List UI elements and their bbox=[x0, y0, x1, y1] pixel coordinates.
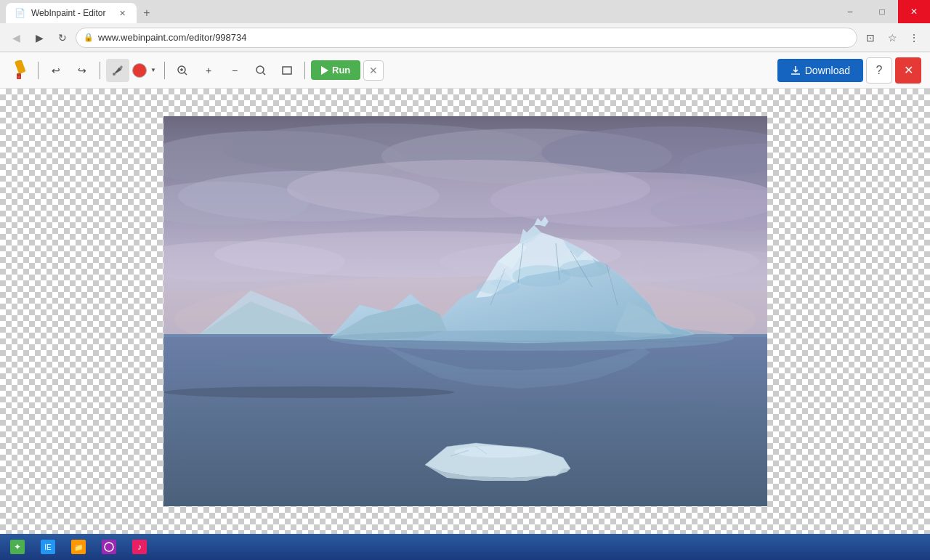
window-controls: – □ ✕ bbox=[834, 0, 930, 23]
taskbar-item-1[interactable]: ✦ bbox=[3, 536, 32, 558]
active-tab[interactable]: 📄 WebInpaint - Editor ✕ bbox=[6, 3, 137, 23]
svg-rect-2 bbox=[17, 76, 20, 78]
taskbar-item-3[interactable]: 📁 bbox=[64, 536, 93, 558]
brush-button[interactable] bbox=[106, 59, 129, 82]
color-picker-area: ▼ bbox=[132, 59, 158, 82]
taskbar-item-4[interactable] bbox=[94, 536, 124, 558]
svg-rect-75 bbox=[102, 540, 116, 554]
app-toolbar: ↩ ↪ ▼ + − bbox=[0, 52, 930, 89]
maximize-button[interactable]: □ bbox=[866, 0, 898, 23]
toolbar-separator-3 bbox=[164, 62, 165, 79]
lock-icon: 🔒 bbox=[84, 33, 94, 42]
tab-close-button[interactable]: ✕ bbox=[116, 7, 128, 19]
redo-button[interactable]: ↪ bbox=[70, 59, 94, 82]
cancel-button[interactable]: ✕ bbox=[363, 60, 384, 81]
back-button[interactable]: ◀ bbox=[6, 28, 26, 48]
forward-button[interactable]: ▶ bbox=[29, 28, 49, 48]
browser-chrome: 📄 WebInpaint - Editor ✕ + – □ ✕ ◀ ▶ ↻ 🔒 … bbox=[0, 0, 930, 89]
color-swatch[interactable] bbox=[132, 63, 147, 78]
svg-point-59 bbox=[454, 446, 541, 458]
download-button[interactable]: Download bbox=[777, 59, 863, 82]
menu-button[interactable]: ⋮ bbox=[904, 28, 924, 48]
tab-favicon: 📄 bbox=[15, 8, 25, 18]
canvas-image bbox=[163, 116, 767, 506]
reload-button[interactable]: ↻ bbox=[52, 28, 73, 48]
svg-line-7 bbox=[185, 73, 187, 75]
nav-bar: ◀ ▶ ↻ 🔒 www.webinpaint.com/editor/998734… bbox=[0, 23, 930, 52]
tab-title: WebInpaint - Editor bbox=[31, 8, 106, 18]
svg-text:✦: ✦ bbox=[14, 542, 21, 552]
minimize-button[interactable]: – bbox=[834, 0, 866, 23]
zoom-in-button[interactable]: + bbox=[197, 59, 220, 82]
run-label: Run bbox=[332, 65, 350, 76]
svg-marker-11 bbox=[321, 66, 328, 75]
canvas-area bbox=[0, 89, 930, 534]
close-editor-button[interactable]: ✕ bbox=[895, 57, 921, 84]
toolbar-separator-1 bbox=[38, 62, 39, 79]
taskbar-item-2[interactable]: IE bbox=[33, 536, 62, 558]
undo-button[interactable]: ↩ bbox=[44, 59, 68, 82]
help-label: ? bbox=[876, 64, 883, 77]
color-dropdown-button[interactable]: ▼ bbox=[148, 59, 158, 82]
help-button[interactable]: ? bbox=[866, 57, 892, 84]
image-canvas[interactable] bbox=[163, 116, 767, 506]
svg-line-9 bbox=[263, 73, 265, 75]
zoom-out-button[interactable]: − bbox=[223, 59, 246, 82]
svg-text:♪: ♪ bbox=[137, 542, 142, 552]
taskbar: ✦ IE 📁 ♪ bbox=[0, 534, 930, 560]
toolbar-separator-4 bbox=[304, 62, 305, 79]
url-text: www.webinpaint.com/editor/998734 bbox=[98, 32, 849, 43]
close-window-button[interactable]: ✕ bbox=[898, 0, 930, 23]
zoom-add-button[interactable] bbox=[171, 59, 194, 82]
svg-text:IE: IE bbox=[44, 543, 52, 551]
svg-point-34 bbox=[469, 402, 730, 411]
svg-rect-10 bbox=[283, 67, 291, 74]
taskbar-item-5[interactable]: ♪ bbox=[125, 536, 154, 558]
app-logo bbox=[9, 59, 32, 82]
run-button[interactable]: Run bbox=[311, 60, 360, 80]
svg-point-3 bbox=[113, 73, 116, 76]
tab-bar: 📄 WebInpaint - Editor ✕ + – □ ✕ bbox=[0, 0, 930, 23]
nav-right-controls: ⊡ ☆ ⋮ bbox=[860, 28, 924, 48]
svg-text:📁: 📁 bbox=[74, 543, 84, 552]
svg-point-8 bbox=[256, 66, 264, 73]
svg-point-33 bbox=[163, 386, 454, 398]
rectangle-button[interactable] bbox=[275, 59, 299, 82]
cast-button[interactable]: ⊡ bbox=[860, 28, 881, 48]
bookmark-button[interactable]: ☆ bbox=[882, 28, 902, 48]
address-bar[interactable]: 🔒 www.webinpaint.com/editor/998734 bbox=[76, 28, 857, 48]
zoom-search-button[interactable] bbox=[249, 59, 272, 82]
svg-point-48 bbox=[331, 330, 694, 345]
toolbar-separator-2 bbox=[100, 62, 100, 79]
svg-rect-0 bbox=[15, 60, 26, 74]
download-label: Download bbox=[805, 65, 850, 76]
new-tab-button[interactable]: + bbox=[137, 3, 157, 23]
